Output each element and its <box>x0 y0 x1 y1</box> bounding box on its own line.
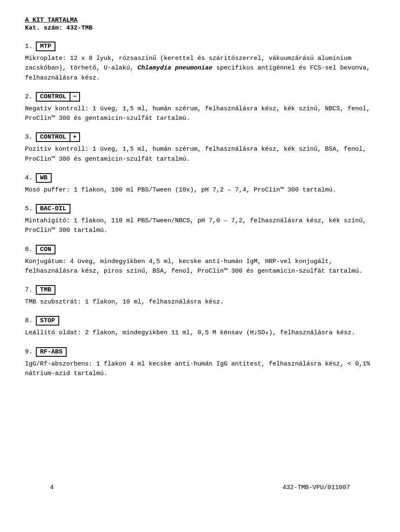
badge-6: CON <box>36 245 55 254</box>
section-body-7: TMB szubsztrát: 1 flakon, 10 ml, felhasz… <box>25 297 375 307</box>
badge-wrap-2: CONTROL− <box>36 92 80 102</box>
section-header-6: 6.CON <box>25 245 375 254</box>
footer-page-number: 4 <box>50 484 54 491</box>
section-number-7: 7. <box>25 286 32 293</box>
section-body-6: Konjugátum: 4 üveg, mindegyikben 4,5 ml,… <box>25 257 375 276</box>
section-header-9: 9.RF-ABS <box>25 347 375 357</box>
section-body-4: Mosó puffer: 1 flakon, 100 ml PBS/Tween … <box>25 185 375 195</box>
section-number-8: 8. <box>25 317 32 324</box>
section-7: 7.TMBTMB szubsztrát: 1 flakon, 10 ml, fe… <box>25 285 375 307</box>
section-number-6: 6. <box>25 246 32 253</box>
section-1: 1.MTPMikroplate: 12 x 8 lyuk, rózsaszínű… <box>25 42 375 83</box>
badge-8: STOP <box>36 316 59 326</box>
page-title: A KIT TARTALMA <box>25 17 375 24</box>
section-number-5: 5. <box>25 205 32 212</box>
section-header-1: 1.MTP <box>25 42 375 51</box>
section-6: 6.CONKonjugátum: 4 üveg, mindegyikben 4,… <box>25 245 375 276</box>
section-2: 2.CONTROL−Negatív kontroll: 1 üveg, 1,5 … <box>25 92 375 124</box>
footer-doc-number: 432-TMB-VPU/011007 <box>282 484 350 491</box>
section-header-7: 7.TMB <box>25 285 375 295</box>
section-number-2: 2. <box>25 93 32 100</box>
page-subtitle: Kat. szám: 432-TMB <box>25 25 375 32</box>
section-body-9: IgG/Rf-abszorbens: 1 flakon 4 ml kecske … <box>25 359 375 379</box>
section-header-8: 8.STOP <box>25 316 375 326</box>
badge-2: CONTROL <box>36 92 70 102</box>
section-body-3: Pozitív kontroll: 1 üveg, 1,5 ml, humán … <box>25 144 375 164</box>
badge-4: WB <box>36 173 52 183</box>
badge-3: CONTROL <box>36 132 70 142</box>
section-body-2: Negatív kontroll: 1 üveg, 1,5 ml, humán … <box>25 104 375 124</box>
badge-9: RF-ABS <box>36 347 67 357</box>
badge-1: MTP <box>36 42 55 51</box>
section-8: 8.STOPLeállító oldat: 2 flakon, mindegyi… <box>25 316 375 338</box>
section-number-3: 3. <box>25 134 32 141</box>
section-9: 9.RF-ABSIgG/Rf-abszorbens: 1 flakon 4 ml… <box>25 347 375 379</box>
section-5: 5.BAC-DILMintahígító: 1 flakon, 110 ml P… <box>25 204 375 236</box>
section-number-9: 9. <box>25 348 32 355</box>
section-header-3: 3.CONTROL+ <box>25 132 375 142</box>
section-body-5: Mintahígító: 1 flakon, 110 ml PBS/Tween/… <box>25 216 375 236</box>
section-body-8: Leállító oldat: 2 flakon, mindegyikben 1… <box>25 328 375 338</box>
badge-5: BAC-DIL <box>36 204 70 214</box>
footer: 4 432-TMB-VPU/011007 <box>50 484 350 491</box>
section-number-4: 4. <box>25 174 32 181</box>
badge-sign-3: + <box>70 132 80 142</box>
badge-wrap-3: CONTROL+ <box>36 132 80 142</box>
badge-sign-2: − <box>70 92 80 102</box>
section-header-2: 2.CONTROL− <box>25 92 375 102</box>
section-header-4: 4.WB <box>25 173 375 183</box>
page-content: A KIT TARTALMA Kat. szám: 432-TMB 1.MTPM… <box>25 17 375 508</box>
section-3: 3.CONTROL+Pozitív kontroll: 1 üveg, 1,5 … <box>25 132 375 164</box>
badge-7: TMB <box>36 285 55 295</box>
section-body-1: Mikroplate: 12 x 8 lyuk, rózsaszínű (ker… <box>25 54 375 83</box>
section-header-5: 5.BAC-DIL <box>25 204 375 214</box>
section-number-1: 1. <box>25 43 32 50</box>
section-4: 4.WBMosó puffer: 1 flakon, 100 ml PBS/Tw… <box>25 173 375 195</box>
sections-container: 1.MTPMikroplate: 12 x 8 lyuk, rózsaszínű… <box>25 42 375 378</box>
